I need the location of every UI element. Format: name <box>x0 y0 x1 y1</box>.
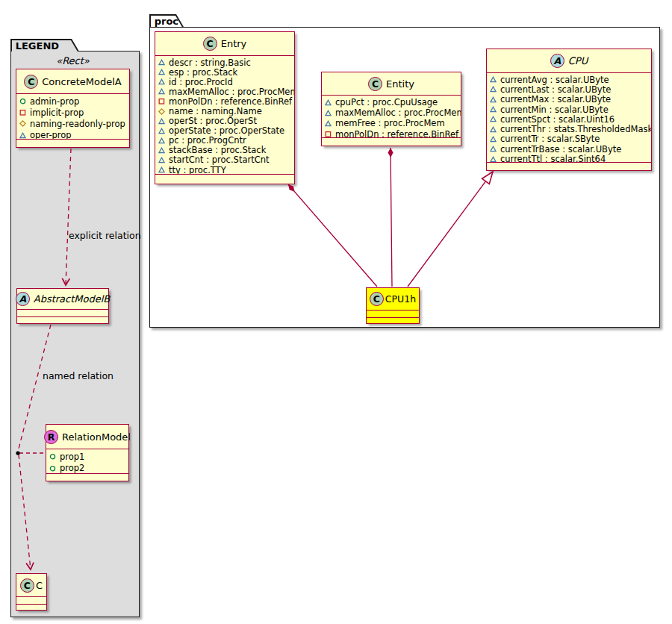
member-label: prop2 <box>60 463 84 473</box>
member-label: monPolDn : reference.BinRef <box>169 96 292 107</box>
circle-icon <box>19 98 27 104</box>
member-label: admin-prop <box>30 96 79 107</box>
member-label: tty : proc.TTY <box>169 165 226 175</box>
member-label: currentSpct : scalar.Uint16 <box>500 114 615 125</box>
triangle-icon <box>325 99 332 106</box>
member-label: currentTrBase : scalar.UByte <box>500 144 621 155</box>
member-row: operSt : proc.OperSt <box>158 116 292 126</box>
class-name: RelationModel <box>62 431 131 443</box>
member-row: monPolDn : reference.BinRef <box>325 129 458 138</box>
member-label: startCnt : proc.StartCnt <box>169 155 270 165</box>
member-label: currentTtl : scalar.Sint64 <box>500 154 606 163</box>
class-concretemodela-header: C ConcreteModelA <box>16 69 129 94</box>
member-label: id : proc.ProcId <box>169 77 233 87</box>
member-row: currentAvg : scalar.UByte <box>490 75 649 84</box>
class-name: CPU1h <box>385 293 416 305</box>
triangle-icon <box>325 110 332 116</box>
square-icon <box>19 109 27 116</box>
square-icon <box>158 98 166 104</box>
class-entity: C Entity cpuPct : proc.CpuUsagemaxMemAll… <box>321 72 461 146</box>
rect-stereotype: «Rect» <box>16 55 130 66</box>
class-name: Entry <box>221 38 247 49</box>
member-row: naming-readonly-prop <box>19 118 127 129</box>
member-label: memFree : proc.ProcMem <box>335 118 445 128</box>
triangle-icon <box>158 118 166 125</box>
member-row: maxMemAlloc : proc.ProcMem <box>325 107 458 118</box>
member-label: currentLast : scalar.UByte <box>500 84 611 95</box>
triangle-icon <box>490 86 497 93</box>
triangle-icon <box>158 147 166 154</box>
class-entry-header: C Entry <box>155 32 294 56</box>
class-entry: C Entry descr : string.Basicesp : proc.S… <box>155 31 295 184</box>
class-spot-icon: C <box>20 578 34 593</box>
class-c-header: C C <box>16 574 46 597</box>
triangle-icon <box>325 120 332 127</box>
named-relation-label: named relation <box>43 370 113 381</box>
member-row: monPolDn : reference.BinRef <box>158 96 292 106</box>
circle-icon <box>49 453 57 460</box>
member-label: stackBase : proc.Stack <box>169 145 266 155</box>
abstract-spot-icon: A <box>550 54 564 68</box>
class-name: Entity <box>386 78 414 90</box>
member-row: tty : proc.TTY <box>158 165 292 175</box>
triangle-icon <box>490 76 497 83</box>
member-label: monPolDn : reference.BinRef <box>335 129 458 138</box>
class-relationmodel: R RelationModel prop1prop2 <box>46 424 129 481</box>
member-label: operState : proc.OperState <box>169 125 284 136</box>
member-label: maxMemAlloc : proc.ProcMem <box>169 87 294 97</box>
member-label: esp : proc.Stack <box>169 67 237 78</box>
member-row: prop1 <box>49 451 126 463</box>
class-name: C <box>36 580 43 591</box>
triangle-icon <box>490 106 497 113</box>
member-row: currentMin : scalar.UByte <box>490 104 649 114</box>
class-cpu1h-header: C CPU1h <box>367 288 419 311</box>
member-label: name : naming.Name <box>169 106 262 116</box>
explicit-relation-label: explicit relation <box>69 230 141 241</box>
class-name: AbstractModelB <box>34 293 111 305</box>
triangle-icon <box>490 156 497 163</box>
class-entity-header: C Entity <box>322 72 461 96</box>
member-row: startCnt : proc.StartCnt <box>158 155 292 165</box>
member-row: memFree : proc.ProcMem <box>325 118 458 128</box>
square-icon <box>325 131 332 137</box>
member-row: currentTr : scalar.SByte <box>490 134 649 144</box>
triangle-icon <box>490 146 497 152</box>
proc-package-tab: proc <box>149 14 184 27</box>
triangle-icon <box>490 126 497 133</box>
class-cpu: A CPU currentAvg : scalar.UBytecurrentLa… <box>486 49 652 171</box>
triangle-icon <box>490 116 497 122</box>
proc-package-title: proc <box>155 16 178 27</box>
class-relationmodel-header: R RelationModel <box>46 425 128 449</box>
triangle-icon <box>19 132 27 139</box>
class-cpu1h: C CPU1h <box>366 287 420 324</box>
member-label: cpuPct : proc.CpuUsage <box>335 97 438 107</box>
triangle-icon <box>158 88 166 95</box>
member-row: prop2 <box>49 463 126 475</box>
member-row: name : naming.Name <box>158 106 292 116</box>
class-name: ConcreteModelA <box>42 76 122 87</box>
legend-package-title: LEGEND <box>16 40 59 52</box>
member-label: prop1 <box>60 452 84 462</box>
member-row: implicit-prop <box>19 107 127 118</box>
member-row: currentSpct : scalar.Uint16 <box>490 114 649 124</box>
diamond-icon <box>19 120 27 127</box>
member-row: descr : string.Basic <box>158 57 292 67</box>
member-row: pc : proc.ProgCntr <box>158 136 292 146</box>
member-label: currentMin : scalar.UByte <box>500 104 609 115</box>
triangle-icon <box>158 157 166 163</box>
class-concretemodela: C ConcreteModelA admin-propimplicit-prop… <box>16 69 130 148</box>
triangle-icon <box>490 136 497 143</box>
class-spot-icon: C <box>368 77 382 91</box>
triangle-icon <box>490 96 497 103</box>
member-label: descr : string.Basic <box>169 57 251 68</box>
member-row: cpuPct : proc.CpuUsage <box>325 97 458 107</box>
class-name: CPU <box>568 55 588 66</box>
member-label: currentAvg : scalar.UByte <box>500 75 609 85</box>
member-label: naming-readonly-prop <box>30 119 125 129</box>
member-row: currentTtl : scalar.Sint64 <box>490 154 649 163</box>
member-row: currentMax : scalar.UByte <box>490 95 649 104</box>
member-row: maxMemAlloc : proc.ProcMem <box>158 87 292 96</box>
class-abstractmodelb-header: A AbstractModelB <box>17 289 108 310</box>
class-spot-icon: C <box>370 292 384 306</box>
member-label: currentTr : scalar.SByte <box>500 134 600 144</box>
